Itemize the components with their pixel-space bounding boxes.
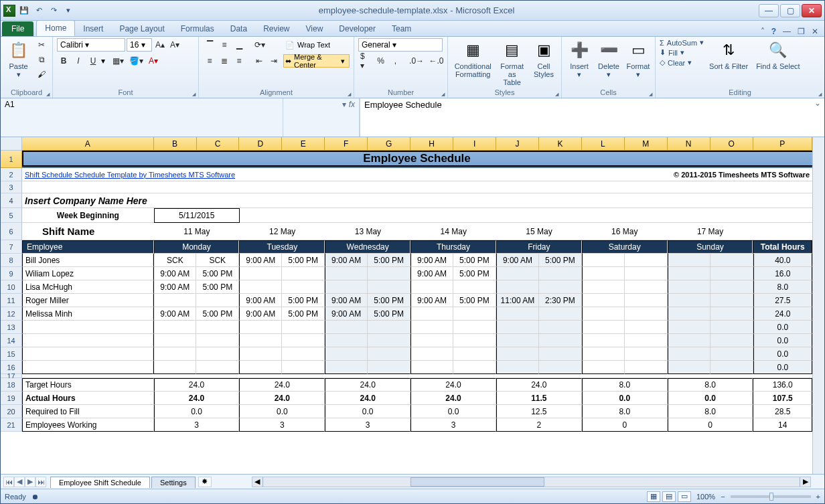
dropdown-icon[interactable]: ▾	[342, 100, 346, 109]
emp-4-c12[interactable]	[668, 307, 710, 321]
header-day-4[interactable]: Friday	[496, 240, 582, 254]
emp-2-c11[interactable]	[625, 280, 668, 294]
zoom-percent[interactable]: 100%	[696, 493, 715, 501]
header-day-6[interactable]: Sunday	[668, 240, 753, 254]
emp-1-c0[interactable]: 9:00 AM	[153, 267, 196, 280]
horizontal-scrollbar[interactable]: ◀▶	[252, 477, 811, 487]
emp-3-c12[interactable]	[668, 294, 710, 307]
emp-1-c9[interactable]	[539, 267, 582, 280]
emp-7-c6[interactable]	[410, 347, 453, 361]
emp-1-c8[interactable]	[496, 267, 539, 280]
number-format-combo[interactable]: General ▾	[358, 38, 443, 52]
paste-button[interactable]: 📋 Paste ▾	[5, 38, 32, 80]
summary-2-d2[interactable]: 0.0	[325, 405, 410, 418]
conditional-formatting-button[interactable]: ▦Conditional Formatting	[452, 38, 494, 80]
emp-4-c8[interactable]	[496, 307, 539, 321]
accounting-format-icon[interactable]: $ ▾	[358, 54, 373, 68]
date-header-1[interactable]: 12 May	[240, 223, 325, 240]
summary-total-2[interactable]: 28.5	[753, 405, 812, 418]
qat-dropdown-icon[interactable]: ▾	[62, 5, 74, 17]
row-header-11[interactable]: 11	[1, 294, 22, 307]
emp-3-c6[interactable]: 9:00 AM	[410, 294, 453, 307]
employee-name-8[interactable]	[22, 361, 153, 374]
tab-page-layout[interactable]: Page Layout	[111, 21, 172, 36]
emp-3-c7[interactable]: 5:00 PM	[453, 294, 496, 307]
summary-3-d6[interactable]: 0	[668, 418, 753, 432]
shift-name-cell[interactable]: Shift Name	[22, 223, 154, 240]
emp-6-c12[interactable]	[668, 334, 710, 347]
clear-button[interactable]: ◇ Clear ▾	[660, 58, 704, 67]
emp-8-c5[interactable]	[368, 361, 410, 374]
normal-view-icon[interactable]: ▦	[647, 491, 660, 502]
emp-1-c4[interactable]	[325, 267, 368, 280]
summary-3-d5[interactable]: 0	[582, 418, 668, 432]
zoom-in-icon[interactable]: +	[816, 493, 820, 501]
summary-1-d2[interactable]: 24.0	[325, 392, 410, 405]
emp-3-c8[interactable]: 11:00 AM	[496, 294, 539, 307]
qat-save-icon[interactable]: 💾	[18, 5, 30, 17]
row-header-19[interactable]: 19	[1, 392, 22, 405]
emp-1-c10[interactable]	[582, 267, 625, 280]
emp-0-c1[interactable]: SCK	[196, 254, 239, 267]
emp-0-c12[interactable]	[668, 254, 710, 267]
emp-2-c0[interactable]: 9:00 AM	[153, 280, 196, 294]
emp-6-c4[interactable]	[325, 334, 368, 347]
col-header-A[interactable]: A	[22, 137, 154, 151]
emp-2-c9[interactable]	[539, 280, 582, 294]
col-header-L[interactable]: L	[582, 137, 625, 151]
summary-2-d0[interactable]: 0.0	[154, 405, 240, 418]
col-header-I[interactable]: I	[453, 137, 496, 151]
emp-7-c8[interactable]	[496, 347, 539, 361]
delete-cells-button[interactable]: ➖Delete▾	[595, 38, 622, 80]
grid[interactable]: Employee ScheduleShift Schedule Schedule…	[22, 151, 812, 432]
col-header-P[interactable]: P	[753, 137, 812, 151]
emp-7-c7[interactable]	[453, 347, 496, 361]
summary-3-d0[interactable]: 3	[154, 418, 240, 432]
row-header-3[interactable]: 3	[1, 181, 22, 193]
tab-developer[interactable]: Developer	[331, 21, 384, 36]
emp-8-c12[interactable]	[668, 361, 710, 374]
decrease-indent-icon[interactable]: ⇤	[252, 54, 266, 68]
emp-8-c9[interactable]	[539, 361, 582, 374]
emp-4-c4[interactable]: 9:00 AM	[325, 307, 368, 321]
summary-3-d1[interactable]: 3	[239, 418, 325, 432]
emp-7-c5[interactable]	[368, 347, 410, 361]
formula-input[interactable]: Employee Schedule	[360, 98, 811, 137]
col-header-J[interactable]: J	[496, 137, 539, 151]
tab-home[interactable]: Home	[36, 20, 75, 36]
summary-3-d2[interactable]: 3	[325, 418, 410, 432]
emp-8-c4[interactable]	[325, 361, 368, 374]
minimize-button[interactable]: —	[759, 4, 779, 17]
row-header-21[interactable]: 21	[1, 418, 22, 432]
header-day-2[interactable]: Wednesday	[325, 240, 410, 254]
emp-7-c9[interactable]	[539, 347, 582, 361]
emp-6-c2[interactable]	[239, 334, 282, 347]
bold-button[interactable]: B	[57, 54, 70, 68]
emp-7-c0[interactable]	[153, 347, 196, 361]
cell-styles-button[interactable]: ▣Cell Styles	[530, 38, 557, 80]
wrap-text-button[interactable]: 📄 Wrap Text	[283, 38, 350, 52]
employee-name-7[interactable]	[22, 347, 153, 361]
emp-8-c8[interactable]	[496, 361, 539, 374]
emp-3-c11[interactable]	[625, 294, 668, 307]
col-header-O[interactable]: O	[710, 137, 753, 151]
emp-2-c6[interactable]	[410, 280, 453, 294]
summary-2-d4[interactable]: 12.5	[496, 405, 582, 418]
emp-6-c7[interactable]	[453, 334, 496, 347]
emp-6-c13[interactable]	[710, 334, 753, 347]
emp-3-c0[interactable]	[153, 294, 196, 307]
increase-indent-icon[interactable]: ⇥	[267, 54, 281, 68]
row-header-7[interactable]: 7	[1, 240, 22, 254]
emp-0-c4[interactable]: 9:00 AM	[325, 254, 368, 267]
col-header-N[interactable]: N	[668, 137, 710, 151]
sheet-tab-1[interactable]: Settings	[151, 477, 196, 488]
find-select-button[interactable]: 🔍Find & Select	[753, 38, 802, 72]
row-header-8[interactable]: 8	[1, 254, 22, 267]
header-day-1[interactable]: Tuesday	[239, 240, 325, 254]
emp-3-c1[interactable]	[196, 294, 239, 307]
row-header-13[interactable]: 13	[1, 321, 22, 334]
emp-2-c5[interactable]	[368, 280, 410, 294]
emp-7-c1[interactable]	[196, 347, 239, 361]
summary-1-d3[interactable]: 24.0	[410, 392, 496, 405]
summary-0-d0[interactable]: 24.0	[154, 378, 240, 392]
